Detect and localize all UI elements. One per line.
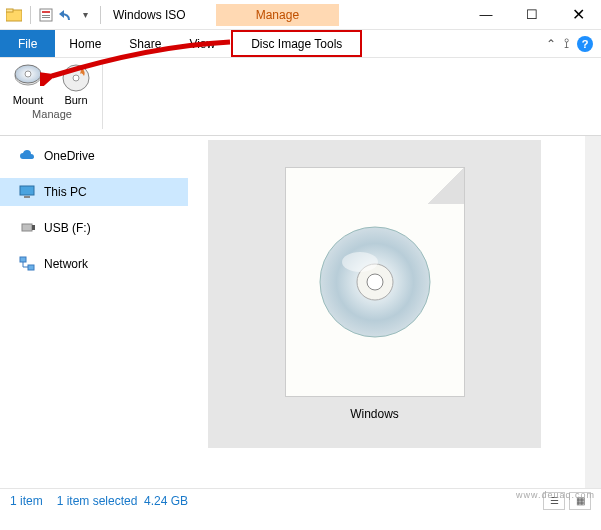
divider — [102, 64, 103, 129]
svg-point-8 — [25, 71, 31, 77]
svg-point-19 — [367, 274, 383, 290]
pin-icon[interactable]: ⟟ — [564, 35, 569, 52]
monitor-icon — [18, 183, 36, 201]
network-icon — [18, 255, 36, 273]
maximize-button[interactable]: ☐ — [509, 0, 555, 29]
window-title: Windows ISO — [113, 8, 186, 22]
tab-disc-image-tools[interactable]: Disc Image Tools — [231, 30, 362, 57]
sidebar-item-label: Network — [44, 257, 88, 271]
sidebar-item-onedrive[interactable]: OneDrive — [0, 142, 188, 170]
svg-rect-16 — [28, 265, 34, 270]
mount-label: Mount — [13, 94, 44, 106]
collapse-ribbon-icon[interactable]: ⌃ — [546, 37, 556, 51]
quick-access-toolbar: ▾ — [0, 6, 105, 24]
svg-rect-1 — [6, 9, 13, 12]
svg-point-20 — [342, 252, 378, 272]
mount-icon — [12, 62, 44, 94]
tab-view[interactable]: View — [175, 30, 229, 57]
sidebar: OneDrive This PC USB (F:) Network — [0, 136, 188, 488]
sidebar-item-this-pc[interactable]: This PC — [0, 178, 188, 206]
ribbon-group-label: Manage — [4, 108, 100, 120]
sidebar-item-network[interactable]: Network — [0, 250, 188, 278]
iso-file-icon — [285, 167, 465, 397]
status-selection: 1 item selected 4.24 GB — [57, 494, 188, 508]
file-item-selected[interactable]: Windows — [208, 140, 541, 448]
divider — [100, 6, 101, 24]
svg-rect-11 — [20, 186, 34, 195]
ribbon: Mount Burn Manage — [0, 58, 601, 136]
ribbon-group-manage: Mount Burn Manage — [4, 62, 100, 132]
window-controls: — ☐ ✕ — [463, 0, 601, 29]
vertical-scrollbar[interactable] — [585, 136, 601, 488]
tab-file[interactable]: File — [0, 30, 55, 57]
svg-point-10 — [73, 75, 79, 81]
tab-share[interactable]: Share — [115, 30, 175, 57]
svg-rect-5 — [42, 17, 50, 18]
svg-rect-14 — [32, 225, 35, 230]
svg-rect-3 — [42, 11, 50, 13]
cloud-icon — [18, 147, 36, 165]
menubar: File Home Share View Disc Image Tools ⌃ … — [0, 30, 601, 58]
properties-icon[interactable] — [39, 8, 53, 22]
svg-rect-13 — [22, 224, 32, 231]
statusbar: 1 item 1 item selected 4.24 GB ☰ ▦ — [0, 488, 601, 512]
close-button[interactable]: ✕ — [555, 0, 601, 29]
sidebar-item-label: This PC — [44, 185, 87, 199]
svg-rect-15 — [20, 257, 26, 262]
svg-rect-12 — [24, 196, 30, 198]
sidebar-item-label: USB (F:) — [44, 221, 91, 235]
watermark: www.deuaq.com — [516, 490, 595, 500]
folder-icon — [6, 7, 22, 23]
status-item-count: 1 item — [10, 494, 43, 508]
divider — [30, 6, 31, 24]
undo-icon[interactable] — [57, 8, 75, 22]
burn-icon — [60, 62, 92, 94]
burn-label: Burn — [64, 94, 87, 106]
tab-home[interactable]: Home — [55, 30, 115, 57]
qat-dropdown[interactable]: ▾ — [79, 7, 92, 22]
minimize-button[interactable]: — — [463, 0, 509, 29]
usb-icon — [18, 219, 36, 237]
burn-button[interactable]: Burn — [55, 62, 97, 106]
file-name-label: Windows — [350, 407, 399, 421]
disc-icon — [315, 222, 435, 342]
main-area: OneDrive This PC USB (F:) Network — [0, 136, 601, 488]
mount-button[interactable]: Mount — [7, 62, 49, 106]
svg-rect-4 — [42, 15, 50, 16]
sidebar-item-usb[interactable]: USB (F:) — [0, 214, 188, 242]
context-tab-header: Manage — [216, 4, 339, 26]
titlebar: ▾ Windows ISO Manage — ☐ ✕ — [0, 0, 601, 30]
help-icon[interactable]: ? — [577, 36, 593, 52]
context-tab-manage[interactable]: Manage — [216, 4, 339, 26]
sidebar-item-label: OneDrive — [44, 149, 95, 163]
content-pane[interactable]: Windows — [188, 136, 601, 488]
